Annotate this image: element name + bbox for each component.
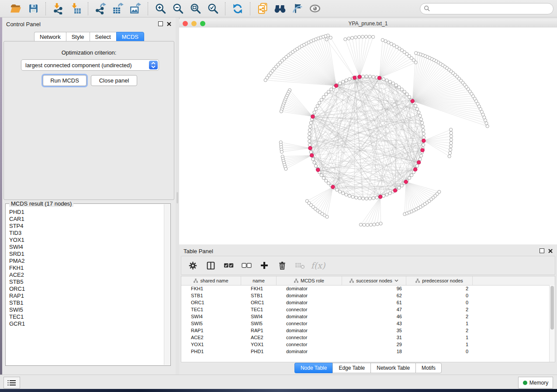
table-cell[interactable]: dominator [277,349,342,354]
table-row[interactable]: SWI4SWI4dominator462 [181,313,550,320]
tab-network[interactable]: Network [34,32,66,42]
table-cell[interactable]: 0 [406,349,473,354]
table-cell[interactable]: FKH1 [241,286,277,291]
table-cell[interactable]: 61 [342,300,406,305]
table-cell[interactable]: ACE2 [181,335,241,340]
table-cell[interactable]: TEC1 [241,307,277,312]
tab-node-table[interactable]: Node Table [294,363,333,373]
table-row[interactable]: ORC1ORC1dominator610 [181,299,550,306]
search-field[interactable] [420,3,554,14]
table-cell[interactable]: connector [277,335,342,340]
zoom-selected-button[interactable] [206,2,219,15]
result-node-item[interactable]: SWI4 [9,244,164,251]
table-cell[interactable]: dominator [277,328,342,333]
table-cell[interactable]: 0 [406,293,473,298]
table-row[interactable]: STB1STB1dominator620 [181,292,550,299]
table-cell[interactable]: 1 [406,342,473,347]
table-cell[interactable]: SWI5 [181,321,241,326]
column-header-name[interactable]: name [241,276,277,285]
task-history-button[interactable] [3,377,20,389]
table-cell[interactable]: SWI5 [241,321,277,326]
close-icon[interactable] [548,249,553,253]
table-cell[interactable]: 35 [342,328,406,333]
first-neighbors-button[interactable] [273,2,287,15]
export-image-button[interactable] [129,2,142,15]
float-window-icon[interactable] [158,21,163,26]
result-node-item[interactable]: STP4 [9,223,164,230]
function-builder-button-disabled[interactable]: f(x) [313,260,323,271]
export-table-button[interactable] [111,2,125,15]
delete-column-button[interactable] [277,260,287,271]
select-all-rows-button[interactable] [223,260,234,271]
result-node-item[interactable]: GCR1 [9,320,164,327]
table-cell[interactable]: PHD1 [241,349,277,354]
result-node-item[interactable]: ORC1 [9,285,164,292]
network-window-titlebar[interactable]: YPA_prune.txt_1 [179,19,557,28]
table-row[interactable]: RAP1RAP1dominator352 [181,327,550,334]
table-cell[interactable]: 2 [406,328,473,333]
table-cell[interactable]: FKH1 [181,286,241,291]
table-cell[interactable]: connector [277,321,342,326]
table-settings-button[interactable] [187,260,198,271]
table-row[interactable]: SWI5SWI5connector431 [181,320,550,327]
close-panel-button[interactable]: Close panel [91,75,137,86]
table-cell[interactable]: connector [277,342,342,347]
zoom-fit-button[interactable] [189,2,202,15]
table-cell[interactable]: ACE2 [241,335,277,340]
result-node-item[interactable]: ACE2 [9,272,164,279]
table-cell[interactable]: 2 [406,314,473,319]
search-input[interactable] [430,5,550,12]
table-cell[interactable]: 46 [342,314,406,319]
zoom-out-button[interactable] [171,2,184,15]
table-row[interactable]: FKH1FKH1dominator962 [181,285,550,292]
table-cell[interactable]: 96 [342,286,406,291]
hide-selected-button[interactable] [291,2,304,15]
table-cell[interactable]: 62 [342,293,406,298]
table-cell[interactable]: SWI4 [181,314,241,319]
tab-style[interactable]: Style [66,32,90,42]
table-cell[interactable]: dominator [277,314,342,319]
result-node-item[interactable]: STB5 [9,279,164,285]
add-column-button[interactable] [259,260,270,271]
table-cell[interactable]: 2 [406,286,473,291]
table-cell[interactable]: PHD1 [181,349,241,354]
column-view-button[interactable] [205,260,216,271]
table-cell[interactable]: dominator [277,300,342,305]
table-cell[interactable]: YOX1 [241,342,277,347]
tab-network-table[interactable]: Network Table [370,363,415,373]
tab-motifs[interactable]: Motifs [415,363,442,373]
table-cell[interactable]: 18 [342,349,406,354]
column-header-predecessor-nodes[interactable]: predecessor nodes [406,276,473,285]
result-node-item[interactable]: PHD1 [9,209,164,216]
result-node-item[interactable]: TEC1 [9,313,164,320]
result-node-item[interactable]: PMA2 [9,258,164,265]
table-cell[interactable]: STB1 [181,293,241,298]
tab-mcds[interactable]: MCDS [116,32,144,42]
zoom-in-button[interactable] [154,2,167,15]
result-list-scrollbar[interactable] [164,204,170,365]
table-cell[interactable]: dominator [277,286,342,291]
open-file-button[interactable] [9,2,22,15]
tab-edge-table[interactable]: Edge Table [332,363,370,373]
export-network-button[interactable] [94,2,107,15]
table-row[interactable]: TEC1TEC1connector472 [181,306,550,313]
run-mcds-button[interactable]: Run MCDS [43,75,86,86]
table-cell[interactable]: 1 [406,321,473,326]
tab-select[interactable]: Select [90,32,116,42]
table-cell[interactable]: 0 [406,300,473,305]
table-cell[interactable]: 1 [406,335,473,340]
column-header-successor-nodes[interactable]: successor nodes [342,276,406,285]
table-cell[interactable]: 31 [342,335,406,340]
table-cell[interactable]: SWI4 [241,314,277,319]
apply-layout-button[interactable] [231,2,244,15]
show-all-button[interactable] [308,2,322,15]
result-node-item[interactable]: RAP1 [9,292,164,299]
float-window-icon[interactable] [540,248,544,253]
table-cell[interactable]: 47 [342,307,406,312]
table-cell[interactable]: 2 [406,307,473,312]
table-cell[interactable]: STB1 [241,293,277,298]
table-cell[interactable]: connector [277,307,342,312]
table-cell[interactable]: ORC1 [241,300,277,305]
delete-table-button-disabled[interactable] [295,260,305,271]
table-row[interactable]: ACE2ACE2connector311 [181,334,550,341]
